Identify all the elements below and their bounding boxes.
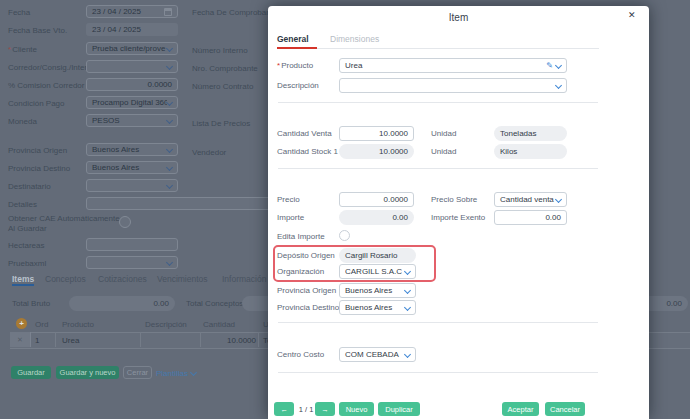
cliente-label: Cliente	[8, 45, 37, 54]
precio-sobre-select[interactable]: Cantidad venta	[494, 192, 567, 207]
cae-toggle[interactable]	[119, 216, 131, 228]
cell-divider	[258, 332, 259, 347]
guardar-y-nuevo-button[interactable]: Guardar y nuevo	[56, 366, 119, 379]
cancelar-button[interactable]: Cancelar	[545, 402, 585, 416]
edita-importe-toggle[interactable]	[339, 230, 350, 241]
condicion-pago-label: Condición Pago	[8, 99, 64, 108]
fecha-base-input: 23 / 04 / 2025	[86, 23, 178, 36]
cerrar-button[interactable]: Cerrar	[123, 366, 152, 379]
comision-input[interactable]: 0.0000	[86, 78, 178, 91]
descripcion-select[interactable]	[339, 78, 567, 93]
nuevo-button[interactable]: Nuevo	[339, 402, 374, 416]
close-icon[interactable]: ✕	[628, 10, 636, 20]
total-bruto-field: 0.00	[69, 296, 175, 311]
descripcion-label: Descripción	[277, 81, 319, 90]
detalles-label: Detalles	[8, 200, 37, 209]
delete-row-button[interactable]: ✕	[10, 332, 31, 347]
col-ord: Ord	[35, 320, 48, 329]
chevron-down-icon	[190, 369, 197, 376]
precio-value: 0.0000	[384, 195, 408, 204]
chevron-down-icon	[555, 196, 562, 203]
producto-select[interactable]: Urea ✎	[339, 58, 567, 73]
section-divider	[278, 168, 598, 169]
plantillas-menu[interactable]: Plantillas	[156, 369, 196, 378]
tab-vencimientos[interactable]: Vencimientos	[157, 274, 208, 284]
cantidad-venta-input[interactable]: 10.0000	[339, 126, 414, 141]
condicion-pago-select[interactable]: Procampo Digital 360 di	[86, 96, 178, 109]
provincia-origen-value: Buenos Aires	[92, 145, 139, 154]
cantidad-venta-label: Cantidad Venta	[277, 129, 332, 138]
modal-tab-dimensiones[interactable]: Dimensiones	[330, 34, 379, 44]
pruebaxml-select[interactable]	[86, 256, 178, 269]
importe-field: 0.00	[339, 210, 414, 225]
unidad-stock-field: Kilos	[494, 144, 567, 159]
vendedor-label: Vendedor	[192, 148, 226, 157]
tab-informacion[interactable]: Información	[222, 274, 266, 284]
precio-sobre-label: Precio Sobre	[431, 195, 477, 204]
edita-importe-label: Edita Importe	[277, 232, 325, 241]
tab-conceptos[interactable]: Conceptos	[45, 274, 86, 284]
precio-input[interactable]: 0.0000	[339, 192, 414, 207]
guardar-y-nuevo-label: Guardar y nuevo	[60, 368, 116, 377]
cancelar-label: Cancelar	[550, 405, 580, 414]
tab-cotizaciones[interactable]: Cotizaciones	[98, 274, 147, 284]
col-descripcion: Descripción	[145, 320, 187, 329]
nro-comprobante-label: Nro. Comprobante	[192, 64, 258, 73]
moneda-select[interactable]: PESOS	[86, 114, 178, 127]
cerrar-label: Cerrar	[127, 368, 148, 377]
chevron-down-icon	[404, 351, 411, 358]
total-right-value: 0.00	[666, 299, 682, 308]
cantidad-venta-value: 10.0000	[379, 129, 408, 138]
calendar-icon[interactable]	[164, 8, 172, 16]
chevron-down-icon	[166, 259, 173, 266]
hectareas-input[interactable]	[86, 238, 178, 251]
comision-label: % Comision Corredor	[8, 81, 84, 90]
fecha-label: Fecha	[8, 8, 30, 17]
section-divider	[278, 322, 598, 323]
producto-value: Urea	[345, 61, 362, 70]
modal-tab-general[interactable]: General	[277, 34, 309, 44]
arrow-left-icon: ←	[280, 405, 288, 414]
importe-exento-input[interactable]: 0.00	[494, 210, 567, 225]
organizacion-value: CARGILL S.A.C	[345, 267, 402, 276]
numero-contrato-label: Número Contrato	[192, 82, 253, 91]
section-divider	[278, 372, 598, 373]
modal-provincia-origen-select[interactable]: Buenos Aires	[339, 283, 416, 298]
organizacion-select[interactable]: CARGILL S.A.C	[339, 264, 416, 279]
provincia-destino-select[interactable]: Buenos Aires	[86, 161, 178, 174]
cliente-select[interactable]: Prueba cliente/prove	[86, 42, 178, 55]
total-bruto-label: Total Bruto	[12, 299, 50, 308]
tabbar-divider	[277, 48, 599, 49]
chevron-down-icon	[555, 82, 562, 89]
modal-provincia-destino-select[interactable]: Buenos Aires	[339, 300, 416, 315]
row-ord: 1	[35, 336, 39, 345]
provincia-origen-select[interactable]: Buenos Aires	[86, 143, 178, 156]
duplicar-button[interactable]: Duplicar	[378, 402, 420, 416]
guardar-label: Guardar	[17, 368, 45, 377]
destinatario-select[interactable]	[86, 179, 178, 192]
provincia-destino-value: Buenos Aires	[92, 163, 139, 172]
fecha-input[interactable]: 23 / 04 / 2025	[86, 5, 178, 18]
guardar-button[interactable]: Guardar	[11, 366, 51, 379]
moneda-value: PESOS	[92, 116, 120, 125]
centro-costo-select[interactable]: COM CEBADA	[339, 347, 416, 362]
cell-divider	[55, 332, 56, 347]
deposito-origen-value: Cargill Rosario	[345, 251, 397, 260]
next-page-button[interactable]: →	[315, 402, 335, 416]
section-divider	[278, 102, 598, 103]
aceptar-button[interactable]: Aceptar	[502, 402, 539, 416]
chevron-down-icon	[404, 287, 411, 294]
corredor-select[interactable]	[86, 60, 178, 73]
chevron-down-icon	[166, 63, 173, 70]
pencil-icon[interactable]: ✎	[546, 62, 553, 70]
add-row-button[interactable]: +	[16, 318, 27, 329]
fecha-base-label: Fecha Base Vto.	[8, 26, 67, 35]
modal-provincia-destino-value: Buenos Aires	[345, 303, 392, 312]
centro-costo-label: Centro Costo	[277, 350, 324, 359]
duplicar-label: Duplicar	[385, 405, 413, 414]
corredor-label: Corredor/Consig./Interm.	[8, 63, 96, 72]
precio-sobre-value: Cantidad venta	[500, 195, 554, 204]
tab-items[interactable]: Items	[12, 274, 34, 284]
prev-page-button[interactable]: ←	[274, 402, 294, 416]
producto-label: Producto	[277, 61, 313, 70]
